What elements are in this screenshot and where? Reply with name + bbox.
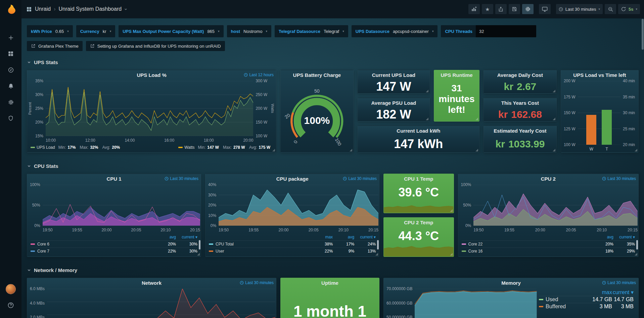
cpu-package-chart[interactable]: 40%30%20%10%0%19:5019:5520:0020:0520:102… bbox=[205, 183, 379, 233]
share-button[interactable] bbox=[495, 4, 507, 14]
sidebar-item-help[interactable] bbox=[0, 297, 21, 313]
stat-value: kr 162.68 bbox=[484, 107, 556, 121]
link-ups-monitoring-guide[interactable]: Setting up Grafana and InfluxDB for UPS … bbox=[86, 41, 225, 51]
series-toggle[interactable]: Buffered bbox=[539, 304, 591, 310]
panel-header[interactable]: Average PSU Load bbox=[358, 98, 429, 107]
grafana-logo-icon[interactable] bbox=[4, 3, 17, 17]
stat-value: 278 W bbox=[233, 145, 245, 150]
cpu1-chart[interactable]: 100%50%0%19:5019:5520:0020:0520:1020:15 bbox=[27, 183, 201, 233]
series-toggle[interactable]: Core 7 bbox=[31, 249, 154, 254]
legend-current: 35% bbox=[613, 242, 635, 246]
legend-column-current[interactable]: current ▾ bbox=[612, 289, 634, 296]
time-range-picker[interactable]: Last 30 minutes ▾ bbox=[556, 4, 603, 14]
refresh-picker[interactable]: 5s ▾ bbox=[618, 4, 640, 14]
link-grafana-plex-theme[interactable]: Grafana Plex Theme bbox=[27, 41, 83, 51]
cpu-temps-column: CPU 1 Temp 39.6 °C CPU 2 Temp 44.3 °C bbox=[383, 174, 454, 257]
stat-label: Avg: bbox=[249, 145, 257, 150]
variable-ups-datasource[interactable]: UPS Datasource apcupsd-container ▾ bbox=[352, 25, 438, 37]
cpu-threads-input[interactable] bbox=[476, 25, 536, 37]
battery-gauge[interactable]: 100% 02050100 bbox=[281, 80, 353, 152]
legend-column-avg[interactable]: avg bbox=[592, 235, 613, 239]
network-chart[interactable]: 6.0 MBs4.0 MBs2.0 MBs bbox=[27, 287, 276, 318]
panel-header[interactable]: UPS Runtime bbox=[434, 70, 479, 80]
panel-header[interactable]: CPU 2 Temp bbox=[384, 218, 453, 227]
memory-chart[interactable]: 70.000000 GB60.000000 GB50.000000 GB bbox=[384, 287, 538, 318]
panel-timerange[interactable]: Last 30 minutes bbox=[343, 176, 377, 181]
sidebar-item-explore[interactable] bbox=[0, 62, 21, 78]
panel-timerange[interactable]: Last 30 minutes bbox=[240, 280, 274, 285]
legend-scrollbar[interactable] bbox=[199, 240, 200, 249]
sidebar-item-server-admin[interactable] bbox=[0, 110, 21, 126]
legend-scrollbar[interactable] bbox=[377, 240, 379, 249]
panel-header[interactable]: Estimated Yearly Cost bbox=[484, 126, 556, 135]
series-toggle[interactable]: Core 16 bbox=[462, 249, 592, 254]
settings-button[interactable] bbox=[522, 4, 534, 14]
row-header-cpu-stats[interactable]: CPU Stats bbox=[27, 161, 639, 171]
panel-timerange[interactable]: Last 30 minutes bbox=[602, 280, 636, 285]
page-scrollbar[interactable] bbox=[642, 19, 644, 50]
legend-scrollbar[interactable] bbox=[636, 240, 638, 249]
panel-header[interactable]: Memory Last 30 minutes bbox=[384, 278, 638, 287]
legend-column-max[interactable]: max bbox=[591, 289, 612, 296]
legend-column-current[interactable]: current ▾ bbox=[613, 235, 635, 239]
user-avatar[interactable] bbox=[0, 281, 21, 297]
variable-host[interactable]: host Nostromo ▾ bbox=[227, 25, 271, 37]
panel-header[interactable]: CPU 1 Last 30 minutes bbox=[27, 174, 201, 183]
variable-ups-max-output[interactable]: UPS Max Output Power Capacity (Watt) 865… bbox=[119, 25, 223, 37]
row-header-network-memory[interactable]: Network / Memory bbox=[27, 265, 639, 275]
ups-bars-chart[interactable]: 200 W175 W150 W125 W100 W40 min35 min30 … bbox=[561, 80, 638, 152]
panel-header[interactable]: Current UPS Load bbox=[358, 70, 429, 80]
series-toggle[interactable]: Used bbox=[539, 297, 591, 303]
panel-timerange[interactable]: Last 12 hours bbox=[244, 73, 274, 77]
legend-avg: 18% bbox=[592, 249, 613, 254]
sidebar-item-create[interactable] bbox=[0, 30, 21, 46]
cpu2-chart[interactable]: 100%50%0%19:5019:5520:0020:0520:1020:15 bbox=[458, 183, 638, 233]
apps-grid-icon[interactable] bbox=[26, 6, 32, 12]
chevron-down-icon[interactable] bbox=[124, 7, 128, 11]
zoom-out-button[interactable] bbox=[605, 4, 616, 14]
sidebar-item-alerting[interactable] bbox=[0, 78, 21, 94]
panel-header[interactable]: CPU 1 Temp bbox=[384, 174, 453, 183]
panel-header[interactable]: CPU package Last 30 minutes bbox=[205, 174, 379, 183]
breadcrumb-app[interactable]: Unraid bbox=[35, 6, 51, 12]
variable-telegraf-datasource[interactable]: Telegraf Datasource Telegraf ▾ bbox=[275, 25, 348, 37]
panel-header[interactable]: UPS Load vs Time left bbox=[561, 70, 638, 80]
legend-column-max[interactable]: max bbox=[311, 235, 333, 239]
save-button[interactable] bbox=[509, 4, 520, 14]
nav-actions: ★ Last 30 minutes ▾ bbox=[466, 4, 640, 14]
variable-kwh-price[interactable]: kWh Price 0.65 ▾ bbox=[27, 25, 73, 37]
series-name[interactable]: Watts bbox=[184, 145, 194, 150]
variable-currency[interactable]: Currency kr ▾ bbox=[76, 25, 115, 37]
timerange-label: Last 30 minutes bbox=[245, 280, 274, 285]
panel-header[interactable]: Average Daily Cost bbox=[484, 70, 556, 80]
panel-timerange[interactable]: Last 30 minutes bbox=[165, 176, 198, 181]
panel-header[interactable]: Uptime bbox=[281, 278, 379, 287]
panel-header[interactable]: CPU 2 Last 30 minutes bbox=[458, 174, 638, 183]
legend-column-avg[interactable]: avg bbox=[154, 235, 176, 239]
panel-header[interactable]: Network Last 30 minutes bbox=[27, 278, 276, 287]
row-header-ups-stats[interactable]: UPS Stats bbox=[27, 57, 639, 67]
star-button[interactable]: ★ bbox=[482, 4, 493, 14]
panel-header[interactable]: Current Load kWh bbox=[358, 126, 479, 135]
series-name: User bbox=[216, 249, 224, 254]
legend-column-current[interactable]: current ▾ bbox=[354, 235, 376, 239]
add-panel-button[interactable] bbox=[468, 4, 480, 14]
sidebar-item-dashboards[interactable] bbox=[0, 46, 21, 62]
legend-column-current[interactable]: current ▾ bbox=[176, 235, 197, 239]
series-toggle[interactable]: Core 6 bbox=[31, 242, 154, 246]
breadcrumb-dashboard-title[interactable]: Unraid System Dashboard bbox=[58, 6, 122, 12]
series-name[interactable]: UPS Load bbox=[37, 145, 55, 150]
series-toggle[interactable]: Core 22 bbox=[462, 242, 592, 246]
series-toggle[interactable]: User bbox=[209, 249, 311, 254]
link-label: Setting up Grafana and InfluxDB for UPS … bbox=[97, 44, 221, 49]
sidebar-item-configuration[interactable] bbox=[0, 94, 21, 110]
panel-header[interactable]: This Years Cost bbox=[484, 98, 556, 107]
stat-value: 182 W bbox=[358, 107, 429, 121]
ups-load-chart[interactable]: Percent35%30%25%20%15%300 W250 W200 W150… bbox=[27, 80, 276, 144]
legend-column-avg[interactable]: avg bbox=[333, 235, 354, 239]
cycle-view-button[interactable] bbox=[539, 4, 551, 14]
panel-header[interactable]: UPS Load % Last 12 hours bbox=[27, 70, 276, 80]
panel-header[interactable]: UPS Battery Charge bbox=[281, 70, 353, 80]
series-toggle[interactable]: CPU Total bbox=[209, 242, 311, 246]
panel-timerange[interactable]: Last 30 minutes bbox=[602, 176, 636, 181]
